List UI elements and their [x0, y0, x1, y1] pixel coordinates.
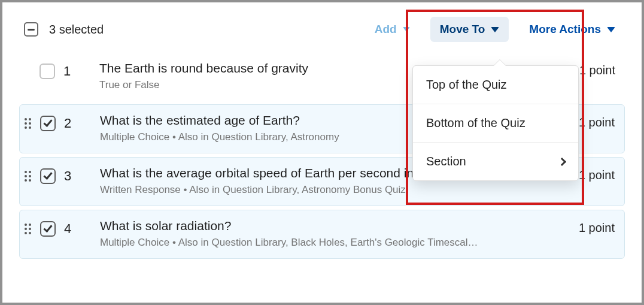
- drag-handle[interactable]: [25, 219, 37, 234]
- chevron-down-icon: [403, 27, 410, 32]
- check-icon: [43, 117, 52, 127]
- question-sub: Written Response • Also in Question Libr…: [100, 184, 569, 196]
- move-to-menu: Top of the Quiz Bottom of the Quiz Secti…: [412, 65, 579, 181]
- question-row: 4 What is solar radiation? Multiple Choi…: [19, 210, 625, 259]
- chevron-down-icon: [491, 27, 499, 32]
- selected-count: 3 selected: [49, 23, 104, 37]
- row-checkbox[interactable]: [40, 221, 56, 237]
- question-number: 1: [63, 61, 84, 79]
- row-checkbox[interactable]: [40, 116, 56, 131]
- indeterminate-icon: [28, 29, 35, 31]
- question-number: 4: [64, 219, 84, 237]
- add-label: Add: [375, 23, 397, 36]
- check-icon: [43, 170, 52, 180]
- more-actions-label: More Actions: [529, 23, 601, 36]
- drag-handle[interactable]: [25, 166, 37, 182]
- menu-item-section[interactable]: Section: [413, 143, 578, 180]
- chevron-right-icon: [558, 157, 566, 165]
- menu-item-label: Section: [426, 155, 466, 168]
- chevron-down-icon: [607, 27, 615, 32]
- question-points: 1 point: [569, 219, 619, 235]
- add-button[interactable]: Add: [365, 17, 420, 42]
- menu-item-bottom-of-quiz[interactable]: Bottom of the Quiz: [413, 104, 578, 143]
- menu-item-label: Top of the Quiz: [426, 78, 507, 92]
- question-sub: Multiple Choice • Also in Question Libra…: [100, 237, 569, 249]
- move-to-label: Move To: [440, 23, 485, 36]
- row-checkbox[interactable]: [40, 64, 55, 79]
- more-actions-button[interactable]: More Actions: [520, 17, 625, 42]
- row-checkbox[interactable]: [40, 168, 56, 184]
- drag-handle[interactable]: [25, 113, 37, 129]
- move-to-button[interactable]: Move To: [430, 17, 509, 42]
- menu-item-top-of-quiz[interactable]: Top of the Quiz: [413, 66, 578, 104]
- question-number: 2: [64, 113, 84, 131]
- question-number: 3: [64, 166, 84, 184]
- check-icon: [43, 223, 52, 232]
- menu-item-label: Bottom of the Quiz: [426, 116, 525, 130]
- question-title[interactable]: What is solar radiation?: [100, 219, 569, 233]
- select-all-checkbox[interactable]: [24, 22, 38, 37]
- toolbar: 3 selected Add Move To More Actions: [2, 2, 642, 53]
